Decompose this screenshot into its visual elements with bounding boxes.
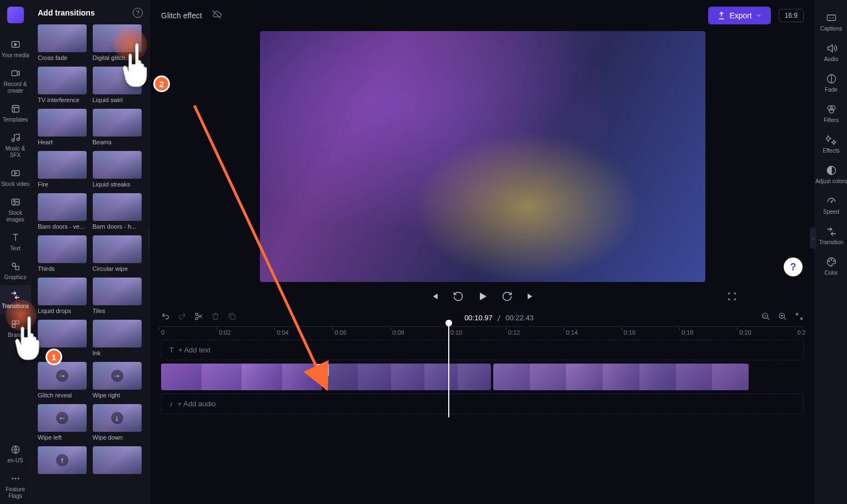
editor-main: Glitch effect Export 16:9 ? xyxy=(150,0,815,504)
duplicate-button[interactable] xyxy=(228,312,237,323)
project-title[interactable]: Glitch effect xyxy=(161,11,202,20)
transition-item[interactable] xyxy=(93,446,143,476)
sidebar-item-stock-images[interactable]: Stock images xyxy=(0,192,31,228)
filters-icon xyxy=(826,104,837,115)
transition-wipe-down[interactable]: ↓Wipe down xyxy=(93,404,143,441)
right-item-fade[interactable]: Fade xyxy=(815,68,848,98)
zoom-in-button[interactable] xyxy=(778,312,787,323)
fit-button[interactable] xyxy=(795,312,804,323)
transition-item[interactable] xyxy=(38,320,88,356)
help-icon[interactable]: ? xyxy=(133,8,143,18)
transition-liquid-swirl[interactable]: Liquid swirl xyxy=(93,67,143,103)
sidebar-item-locale[interactable]: en-US xyxy=(0,440,31,468)
svg-point-31 xyxy=(833,261,834,262)
video-clip-2[interactable] xyxy=(324,364,491,390)
transition-heart[interactable]: Heart xyxy=(38,109,88,145)
zoom-out-button[interactable] xyxy=(761,312,770,323)
left-sidebar: Your media Record & create Templates Mus… xyxy=(0,0,31,504)
video-preview[interactable] xyxy=(260,31,705,282)
right-item-color[interactable]: Color xyxy=(815,251,848,281)
export-button[interactable]: Export xyxy=(708,7,770,24)
skip-back-button[interactable] xyxy=(429,291,440,304)
sidebar-label: Templates xyxy=(3,117,28,123)
transition-tiles[interactable]: Tiles xyxy=(93,278,143,314)
fullscreen-button[interactable] xyxy=(727,291,737,304)
sidebar-label: Stock video xyxy=(1,181,30,188)
transition-liquid-drops[interactable]: Liquid drops xyxy=(38,278,88,314)
transition-ink[interactable]: Ink xyxy=(93,320,143,356)
transition-thirds[interactable]: Thirds xyxy=(38,235,88,272)
right-item-transition[interactable]: Transition xyxy=(815,220,848,251)
svg-rect-9 xyxy=(16,266,19,270)
right-item-audio[interactable]: Audio xyxy=(815,37,848,68)
expand-right-panel-button[interactable]: ‹ xyxy=(810,228,816,249)
playhead[interactable] xyxy=(448,323,449,417)
play-button[interactable] xyxy=(476,290,489,305)
transition-wipe-right[interactable]: →Wipe right xyxy=(93,362,143,399)
transition-barn-doors-h[interactable]: Barn doors - h... xyxy=(93,193,143,230)
rewind-button[interactable] xyxy=(453,291,464,304)
stock-video-icon xyxy=(10,168,21,179)
transition-item[interactable]: ↑ xyxy=(38,446,88,476)
sidebar-item-text[interactable]: Text xyxy=(0,228,31,256)
svg-rect-2 xyxy=(12,105,19,112)
video-clip-3[interactable] xyxy=(493,364,749,390)
sidebar-label: Feature Flags xyxy=(0,486,31,500)
timeline-ruler[interactable]: 0 0:02 0:04 0:06 0:08 0:10 0:12 0:14 0:1… xyxy=(161,326,804,340)
svg-point-7 xyxy=(13,200,15,202)
app-logo[interactable] xyxy=(7,7,24,23)
transition-cross-fade[interactable]: Cross fade xyxy=(38,24,88,61)
sidebar-label: Graphics xyxy=(4,274,26,281)
transition-glitch-reveal[interactable]: →Glitch reveal xyxy=(38,362,88,399)
svg-point-25 xyxy=(830,105,835,110)
audio-track[interactable]: ♪ + Add audio xyxy=(161,394,804,414)
video-clip-1[interactable] xyxy=(161,364,322,390)
redo-button[interactable] xyxy=(178,312,187,323)
right-item-adjust-colors[interactable]: Adjust colors xyxy=(815,159,848,190)
right-item-speed[interactable]: Speed xyxy=(815,190,848,220)
sidebar-label: Brand xyxy=(8,332,23,339)
current-time: 00:10.97 xyxy=(464,314,493,322)
playback-controls xyxy=(150,282,815,309)
svg-rect-12 xyxy=(12,325,15,327)
sidebar-item-stock-video[interactable]: Stock video xyxy=(0,163,31,192)
sidebar-item-your-media[interactable]: Your media xyxy=(0,34,31,63)
svg-rect-5 xyxy=(12,171,19,176)
sidebar-item-brand[interactable]: Brand xyxy=(0,314,31,343)
transitions-icon xyxy=(10,290,21,301)
transition-tv-interference[interactable]: TV interference xyxy=(38,67,88,103)
skip-forward-button[interactable] xyxy=(525,291,536,304)
sidebar-item-feature-flags[interactable]: Feature Flags xyxy=(0,468,31,504)
audio-icon: ♪ xyxy=(169,400,173,408)
sidebar-item-graphics[interactable]: Graphics xyxy=(0,256,31,285)
speaker-icon xyxy=(826,43,837,54)
split-button[interactable] xyxy=(194,312,203,323)
svg-point-14 xyxy=(12,478,13,480)
add-text-placeholder: + Add text xyxy=(178,346,211,354)
sidebar-label: Stock images xyxy=(0,210,31,223)
sidebar-item-music[interactable]: Music & SFX xyxy=(0,128,31,163)
speed-icon xyxy=(826,195,837,206)
undo-button[interactable] xyxy=(161,312,170,323)
forward-button[interactable] xyxy=(502,291,513,304)
transition-marker[interactable] xyxy=(317,364,329,376)
transition-circular-wipe[interactable]: Circular wipe xyxy=(93,235,143,272)
text-track[interactable]: T + Add text xyxy=(161,340,804,360)
right-item-captions[interactable]: Captions xyxy=(815,7,848,37)
more-icon xyxy=(10,473,21,484)
transition-beams[interactable]: Beams xyxy=(93,109,143,145)
help-fab[interactable]: ? xyxy=(784,258,803,276)
transition-liquid-streaks[interactable]: Liquid streaks xyxy=(93,151,143,188)
delete-button[interactable] xyxy=(211,312,220,323)
transition-barn-doors-v[interactable]: Barn doors - ve... xyxy=(38,193,88,230)
transition-fire[interactable]: Fire xyxy=(38,151,88,188)
transition-digital-glitch[interactable]: Digital glitch xyxy=(93,24,143,61)
right-item-filters[interactable]: Filters xyxy=(815,98,848,129)
sidebar-item-record[interactable]: Record & create xyxy=(0,63,31,99)
aspect-ratio-badge[interactable]: 16:9 xyxy=(779,9,804,22)
right-item-effects[interactable]: Effects xyxy=(815,129,848,159)
transition-wipe-left[interactable]: ←Wipe left xyxy=(38,404,88,441)
sidebar-item-templates[interactable]: Templates xyxy=(0,99,31,128)
sidebar-item-transitions[interactable]: Transitions xyxy=(0,285,31,314)
svg-point-8 xyxy=(12,263,16,266)
